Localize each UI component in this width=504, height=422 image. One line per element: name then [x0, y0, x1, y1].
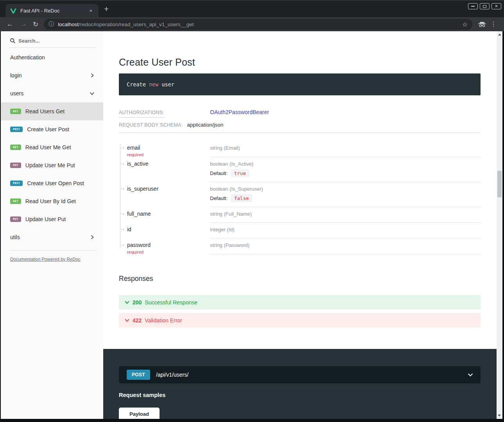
schema-row-email: emailrequiredstring (Email) — [119, 141, 481, 157]
back-icon[interactable]: ← — [7, 20, 13, 28]
reload-icon[interactable]: ↻ — [33, 20, 38, 29]
search-input[interactable]: Search... — [1, 31, 103, 47]
endpoint-path: /api/v1/users/ — [156, 372, 468, 378]
http-method-badge: GET — [10, 145, 21, 150]
field-default-value: true — [231, 170, 249, 177]
forward-icon[interactable]: → — [20, 20, 27, 28]
chevron-right-icon — [90, 235, 95, 240]
operation-label: Create User Post — [27, 126, 69, 132]
sidebar-item-authentication[interactable]: Authentication — [1, 48, 103, 66]
sidebar-operation-read-users-get[interactable]: GETRead Users Get — [1, 102, 103, 120]
field-required-flag: required — [127, 152, 206, 157]
sidebar-item-utils[interactable]: utils — [1, 228, 103, 246]
scroll-up-arrow-icon[interactable] — [498, 34, 501, 36]
operation-label: Create User Open Post — [27, 180, 84, 186]
operation-label: Read User Me Get — [25, 144, 71, 150]
http-method-badge: GET — [10, 198, 21, 204]
sidebar-item-login[interactable]: login — [1, 66, 103, 84]
response-code: 422 — [133, 317, 142, 324]
sidebar-operation-read-user-me-get[interactable]: GETRead User Me Get — [1, 138, 103, 156]
request-body-schema-table: emailrequiredstring (Email)is_activebool… — [119, 141, 481, 254]
response-bar-200[interactable]: 200Successful Response — [119, 295, 481, 309]
search-placeholder: Search... — [18, 38, 39, 44]
field-default-value: false — [231, 195, 252, 202]
chevron-down-icon — [468, 373, 473, 377]
sidebar-operation-create-user-open-post[interactable]: POSTCreate User Open Post — [1, 174, 103, 192]
sidebar-operation-read-user-by-id-get[interactable]: GETRead User By Id Get — [1, 192, 103, 210]
chevron-down-icon — [90, 92, 95, 95]
search-icon — [10, 38, 15, 43]
incognito-icon — [478, 21, 486, 29]
favicon-v-icon — [10, 8, 16, 14]
request-console-panel: POST /api/v1/users/ Request samples Payl… — [103, 349, 497, 419]
field-name[interactable]: full_name — [127, 211, 206, 217]
window-maximize-button[interactable] — [480, 3, 490, 9]
authorizations-value-link[interactable]: OAuth2PasswordBearer — [210, 109, 269, 115]
field-required-flag: required — [127, 250, 206, 254]
sidebar-operation-update-user-me-put[interactable]: PUTUpdate User Me Put — [1, 156, 103, 174]
request-samples-heading: Request samples — [119, 392, 481, 398]
sidebar-item-users[interactable]: users — [1, 84, 103, 102]
chevron-right-icon — [90, 73, 95, 78]
url-path: /redoc#operation/read_users_api_v1_users… — [79, 21, 194, 27]
endpoint-selector[interactable]: POST /api/v1/users/ — [119, 366, 481, 383]
field-type: boolean (Is_Superuser) — [210, 186, 481, 192]
operation-label: Update User Put — [25, 216, 66, 222]
operation-description-code: Create new user — [119, 73, 481, 95]
field-type: integer (Id) — [210, 227, 481, 232]
tab-close-icon[interactable]: × — [88, 8, 94, 14]
window-close-button[interactable]: ✕ — [491, 3, 501, 9]
responses-heading: Responses — [119, 275, 481, 283]
tab-title: Fast API - ReDoc — [20, 8, 88, 14]
url-host: localhost — [58, 21, 79, 27]
url-text: localhost/redoc#operation/read_users_api… — [58, 21, 459, 27]
response-code: 200 — [133, 299, 142, 306]
http-method-badge: POST — [10, 181, 23, 186]
field-name[interactable]: is_superuser — [127, 186, 206, 192]
sidebar-operation-update-user-put[interactable]: PUTUpdate User Put — [1, 210, 103, 228]
field-default: Default:true — [210, 170, 481, 176]
http-method-badge: POST — [10, 127, 23, 132]
operation-label: Read User By Id Get — [25, 198, 76, 204]
redoc-footer-link[interactable]: Documentation Powered by ReDoc — [10, 257, 81, 261]
request-body-mime: application/json — [187, 122, 223, 128]
http-method-badge: POST — [127, 370, 150, 380]
browser-tab[interactable]: Fast API - ReDoc × — [5, 4, 99, 18]
field-type: string (Email) — [210, 145, 481, 151]
operation-label: Update User Me Put — [25, 162, 75, 168]
browser-tabstrip: Fast API - ReDoc × + ✕ — [0, 0, 504, 17]
field-name[interactable]: password — [127, 242, 206, 248]
field-name[interactable]: is_active — [127, 161, 206, 167]
window-minimize-button[interactable] — [468, 3, 478, 9]
authorizations-label: AUTHORIZATIONS: — [119, 110, 210, 115]
page-info-icon[interactable]: ⓘ — [48, 21, 54, 28]
response-label: Successful Response — [145, 299, 197, 306]
bookmark-star-icon[interactable]: ☆ — [462, 21, 468, 28]
divider — [9, 47, 97, 48]
payload-tab[interactable]: Payload — [119, 408, 160, 419]
divider — [119, 132, 481, 133]
new-tab-button[interactable]: + — [104, 4, 109, 14]
sidebar-item-label: utils — [10, 234, 20, 240]
main-content: Create User Post Create new user AUTHORI… — [103, 31, 497, 419]
sidebar-item-label: login — [10, 72, 22, 79]
field-type: boolean (Is_Active) — [210, 161, 481, 167]
field-name[interactable]: email — [127, 145, 206, 151]
field-type: string (Full_Name) — [210, 211, 481, 217]
http-method-badge: PUT — [10, 216, 21, 222]
field-default: Default:false — [210, 195, 481, 201]
http-method-badge: PUT — [10, 163, 21, 168]
browser-menu-icon[interactable]: ⋮ — [490, 20, 497, 28]
operation-label: Read Users Get — [25, 108, 65, 114]
page-body: Search... Authenticationloginusers GETRe… — [1, 31, 502, 419]
page-title: Create User Post — [119, 56, 481, 68]
sidebar-item-label: users — [10, 90, 23, 97]
scrollbar-thumb[interactable] — [497, 171, 502, 197]
chevron-down-icon — [125, 319, 129, 322]
sidebar-operation-create-user-post[interactable]: POSTCreate User Post — [1, 120, 103, 138]
scroll-down-arrow-icon[interactable] — [498, 415, 501, 417]
url-bar[interactable]: ⓘ localhost/redoc#operation/read_users_a… — [44, 19, 472, 30]
scrollbar[interactable] — [497, 31, 502, 419]
field-name[interactable]: id — [127, 226, 206, 232]
response-bar-422[interactable]: 422Validation Error — [119, 313, 481, 327]
